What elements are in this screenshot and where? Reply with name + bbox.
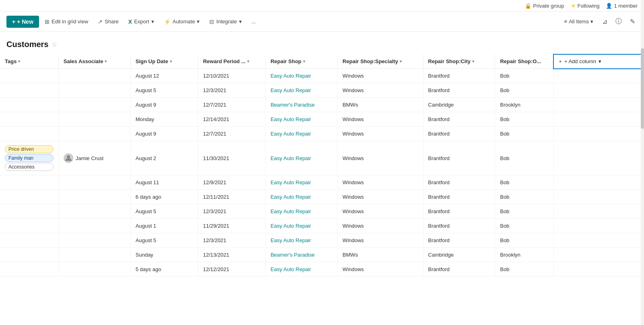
cell-sales-associate: [58, 69, 130, 83]
integrate-chevron: ▾: [239, 19, 242, 25]
repair-shop-link[interactable]: Beamer's Paradise: [270, 252, 314, 258]
cell-repair-shop-city: Brantford: [423, 69, 495, 83]
view-selector[interactable]: ≡ All Items ▾: [561, 17, 597, 26]
table-body: August 1212/10/2021Easy Auto RepairWindo…: [0, 69, 644, 277]
cell-repair-shop[interactable]: Easy Auto Repair: [266, 127, 338, 141]
page-header: Customers ☆: [0, 32, 644, 54]
cell-sign-up-date: August 5: [130, 233, 198, 248]
repair-shop-link[interactable]: Easy Auto Repair: [270, 208, 311, 214]
repair-shop-link[interactable]: Easy Auto Repair: [270, 194, 311, 200]
repair-shop-link[interactable]: Easy Auto Repair: [270, 87, 311, 93]
table-row[interactable]: 6 days ago12/11/2021Easy Auto RepairWind…: [0, 190, 644, 204]
cell-add-column-empty: [553, 98, 644, 112]
scrollbar[interactable]: [641, 0, 644, 277]
add-column-header[interactable]: + + Add column ▾: [553, 54, 644, 69]
toolbar-right: ≡ All Items ▾ ⊿ ⓘ ✎: [561, 15, 638, 28]
cell-tags: [0, 204, 58, 219]
table-row[interactable]: 5 days ago12/12/2021Easy Auto RepairWind…: [0, 262, 644, 277]
info-button[interactable]: ⓘ: [613, 15, 624, 28]
table-row[interactable]: August 512/3/2021Easy Auto RepairWindows…: [0, 233, 644, 248]
new-button[interactable]: + + New: [6, 16, 39, 28]
cell-tags: [0, 112, 58, 127]
cell-add-column-empty: [553, 127, 644, 141]
avatar: [64, 153, 73, 163]
repair-shop-link[interactable]: Easy Auto Repair: [270, 131, 311, 137]
col-header-repair-shop-specialty[interactable]: Repair Shop:Specialty ▾: [338, 54, 423, 69]
more-button[interactable]: ...: [248, 16, 260, 27]
scrollbar-thumb[interactable]: [641, 48, 644, 129]
cell-repair-shop-specialty: Windows: [338, 262, 423, 277]
cell-repair-shop[interactable]: Easy Auto Repair: [266, 233, 338, 248]
col-header-repair-shop-other[interactable]: Repair Shop:O...: [495, 54, 553, 69]
cell-repair-shop[interactable]: Easy Auto Repair: [266, 190, 338, 204]
export-button[interactable]: X Export ▾: [124, 16, 158, 27]
add-col-chevron: ▾: [599, 58, 601, 64]
automate-icon: ⚡: [164, 19, 171, 25]
edit-view-button[interactable]: ✎: [627, 15, 638, 28]
cell-tags: [0, 248, 58, 262]
cell-repair-shop[interactable]: Easy Auto Repair: [266, 141, 338, 175]
col-header-sign-up-date[interactable]: Sign Up Date ▾: [130, 54, 198, 69]
share-button[interactable]: ↗ Share: [94, 16, 123, 27]
cell-repair-shop[interactable]: Easy Auto Repair: [266, 204, 338, 219]
cell-repair-shop[interactable]: Beamer's Paradise: [266, 98, 338, 112]
repair-shop-link[interactable]: Beamer's Paradise: [270, 102, 314, 108]
signup-chevron: ▾: [170, 59, 172, 64]
edit-grid-button[interactable]: ⊞ Edit in grid view: [41, 16, 92, 27]
cell-repair-shop[interactable]: Easy Auto Repair: [266, 69, 338, 83]
cell-repair-shop-other: Bob: [495, 141, 553, 175]
table-row[interactable]: August 912/7/2021Easy Auto RepairWindows…: [0, 127, 644, 141]
col-header-sales-associate[interactable]: Sales Associate ▾: [58, 54, 130, 69]
customers-table: Tags ▾ Sales Associate ▾ Sign Up Date ▾: [0, 54, 644, 277]
repair-shop-link[interactable]: Easy Auto Repair: [270, 179, 311, 185]
following-label: Following: [578, 3, 600, 9]
cell-sign-up-date: August 5: [130, 204, 198, 219]
table-row[interactable]: August 912/7/2021Beamer's ParadiseBMWsCa…: [0, 98, 644, 112]
cell-repair-shop[interactable]: Easy Auto Repair: [266, 112, 338, 127]
cell-repair-shop[interactable]: Easy Auto Repair: [266, 219, 338, 233]
repair-shop-link[interactable]: Easy Auto Repair: [270, 223, 311, 229]
add-column-button[interactable]: + + Add column ▾: [559, 58, 601, 64]
automate-label: Automate: [173, 19, 195, 25]
following-button[interactable]: ★ Following: [571, 2, 600, 9]
col-header-reward-period[interactable]: Reward Period ... ▾: [198, 54, 266, 69]
share-icon: ↗: [98, 19, 103, 25]
cell-repair-shop-city: Brantford: [423, 219, 495, 233]
repair-shop-link[interactable]: Easy Auto Repair: [270, 237, 311, 243]
repair-shop-link[interactable]: Easy Auto Repair: [270, 116, 311, 122]
table-row[interactable]: August 1212/10/2021Easy Auto RepairWindo…: [0, 69, 644, 83]
col-header-repair-shop-city[interactable]: Repair Shop:City ▾: [423, 54, 495, 69]
table-row[interactable]: Monday12/14/2021Easy Auto RepairWindowsB…: [0, 112, 644, 127]
cell-reward-period: 12/3/2021: [198, 233, 266, 248]
cell-sales-associate: [58, 127, 130, 141]
repair-shop-link[interactable]: Easy Auto Repair: [270, 266, 311, 272]
repair-shop-link[interactable]: Easy Auto Repair: [270, 73, 311, 79]
table-row[interactable]: Price drivenFamily manAccessoriesJamie C…: [0, 141, 644, 175]
repair-shop-link[interactable]: Easy Auto Repair: [270, 155, 311, 161]
toolbar: + + New ⊞ Edit in grid view ↗ Share X Ex…: [0, 12, 644, 32]
cell-add-column-empty: [553, 83, 644, 98]
cell-add-column-empty: [553, 141, 644, 175]
table-row[interactable]: August 111/29/2021Easy Auto RepairWindow…: [0, 219, 644, 233]
cell-sales-associate: [58, 219, 130, 233]
cell-tags: [0, 69, 58, 83]
table-row[interactable]: August 512/3/2021Easy Auto RepairWindows…: [0, 204, 644, 219]
table-row[interactable]: August 1112/9/2021Easy Auto RepairWindow…: [0, 175, 644, 190]
table-row[interactable]: Sunday12/13/2021Beamer's ParadiseBMWsCam…: [0, 248, 644, 262]
cell-repair-shop[interactable]: Easy Auto Repair: [266, 83, 338, 98]
cell-repair-shop[interactable]: Easy Auto Repair: [266, 175, 338, 190]
automate-button[interactable]: ⚡ Automate ▾: [160, 16, 204, 27]
more-label: ...: [252, 19, 256, 25]
table-row[interactable]: August 512/3/2021Easy Auto RepairWindows…: [0, 83, 644, 98]
favorite-star-icon[interactable]: ☆: [52, 41, 57, 48]
cell-reward-period: 12/13/2021: [198, 248, 266, 262]
filter-button[interactable]: ⊿: [600, 15, 610, 28]
cell-repair-shop-city: Brantford: [423, 83, 495, 98]
cell-repair-shop[interactable]: Beamer's Paradise: [266, 248, 338, 262]
col-header-tags[interactable]: Tags ▾: [0, 54, 58, 69]
cell-repair-shop[interactable]: Easy Auto Repair: [266, 262, 338, 277]
cell-sign-up-date: August 5: [130, 83, 198, 98]
cell-repair-shop-other: Brooklyn: [495, 248, 553, 262]
col-header-repair-shop[interactable]: Repair Shop ▾: [266, 54, 338, 69]
integrate-button[interactable]: ⊟ Integrate ▾: [205, 16, 246, 27]
